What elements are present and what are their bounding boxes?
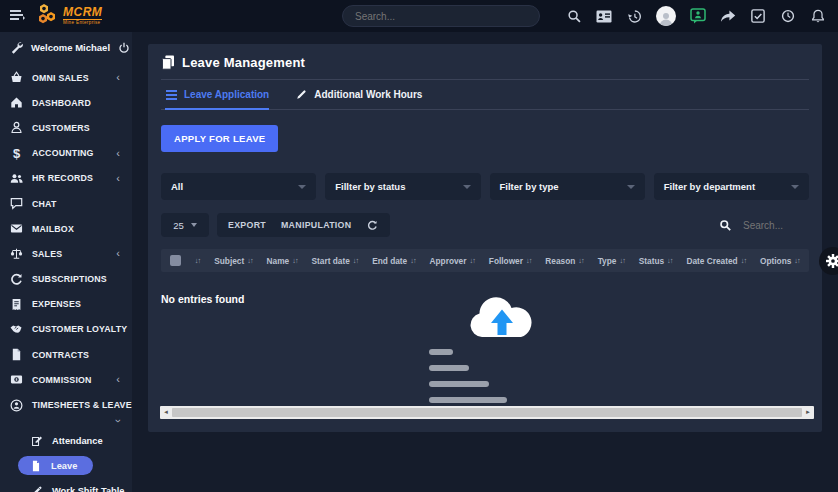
basket-icon bbox=[10, 71, 23, 84]
scrollbar-thumb[interactable] bbox=[172, 408, 802, 417]
sidebar-item-omni-sales[interactable]: OMNI SALES bbox=[0, 65, 132, 90]
skeleton-bar bbox=[429, 397, 507, 403]
column-end-date[interactable]: End date bbox=[372, 256, 416, 266]
filter-department-select[interactable]: Filter by department bbox=[654, 173, 809, 200]
sidebar: Welcome Michael OMNI SALES DASHBOARD CUS… bbox=[0, 32, 132, 492]
column-approver[interactable]: Approver bbox=[430, 256, 475, 266]
leave-management-card: Leave Management Leave Application Addit… bbox=[148, 44, 822, 432]
search-icon bbox=[719, 219, 732, 232]
scroll-right-arrow[interactable]: ► bbox=[803, 406, 813, 419]
manipulation-button[interactable]: MANIPULATION bbox=[281, 220, 351, 230]
home-icon bbox=[10, 96, 23, 109]
sidebar-item-chat[interactable]: CHAT bbox=[0, 191, 132, 216]
export-toolbar: EXPORT MANIPULATION bbox=[217, 213, 390, 237]
sidebar-item-dashboard[interactable]: DASHBOARD bbox=[0, 90, 132, 115]
power-icon[interactable] bbox=[118, 42, 130, 54]
notifications-bell-icon[interactable] bbox=[810, 8, 826, 24]
sidebar-item-accounting[interactable]: $ ACCOUNTING bbox=[0, 141, 132, 166]
filter-status-select[interactable]: Fillter by status bbox=[325, 173, 480, 200]
chevron-down-icon bbox=[112, 420, 124, 424]
contact-card-icon[interactable] bbox=[596, 8, 612, 24]
sidebar-subitem-work-shift-table[interactable]: Work Shift Table bbox=[0, 478, 132, 492]
filter-type-select[interactable]: Filter by type bbox=[490, 173, 645, 200]
filter-row: All Fillter by status Filter by type Fil… bbox=[161, 173, 809, 200]
tab-leave-application[interactable]: Leave Application bbox=[165, 89, 269, 110]
commission-icon bbox=[10, 373, 23, 386]
sidebar-item-expenses[interactable]: EXPENSES bbox=[0, 292, 132, 317]
skeleton-bar bbox=[429, 365, 469, 371]
page-size-select[interactable]: 25 bbox=[161, 213, 209, 237]
filter-all-select[interactable]: All bbox=[161, 173, 316, 200]
column-type[interactable]: Type bbox=[598, 256, 625, 266]
person-clock-icon bbox=[10, 399, 23, 412]
mail-icon bbox=[10, 222, 23, 235]
column-subject[interactable]: Subject bbox=[214, 256, 252, 266]
sidebar-subitem-leave-active[interactable]: Leave bbox=[18, 456, 93, 475]
table-header: Subject Name Start date End date Approve… bbox=[161, 249, 809, 272]
column-name[interactable]: Name bbox=[267, 256, 298, 266]
sidebar-item-hr-records[interactable]: HR RECORDS bbox=[0, 166, 132, 191]
reload-icon[interactable] bbox=[366, 220, 379, 231]
tasks-check-icon[interactable] bbox=[750, 8, 766, 24]
column-status[interactable]: Status bbox=[639, 256, 673, 266]
empty-state-illustration bbox=[429, 291, 541, 403]
table-search[interactable] bbox=[719, 219, 809, 232]
sidebar-item-customers[interactable]: CUSTOMERS bbox=[0, 115, 132, 140]
column-date-created[interactable]: Date Created bbox=[686, 256, 746, 266]
handshake-icon bbox=[10, 323, 23, 336]
welcome-label: Welcome Michael bbox=[31, 42, 110, 53]
contract-file-icon bbox=[10, 348, 23, 361]
people-icon bbox=[10, 172, 23, 185]
menu-icon[interactable] bbox=[8, 7, 26, 25]
share-icon[interactable] bbox=[720, 8, 736, 24]
support-chat-icon[interactable] bbox=[690, 8, 706, 24]
column-follower[interactable]: Follower bbox=[489, 256, 532, 266]
select-all-checkbox[interactable] bbox=[170, 255, 181, 266]
caret-down-icon bbox=[463, 185, 471, 189]
avatar[interactable] bbox=[656, 6, 676, 26]
sidebar-item-commission[interactable]: COMMISSION bbox=[0, 367, 132, 392]
caret-down-icon bbox=[627, 185, 635, 189]
gear-icon bbox=[826, 254, 838, 268]
table-search-input[interactable] bbox=[743, 220, 805, 231]
export-button[interactable]: EXPORT bbox=[228, 220, 266, 230]
topbar: MCRM Mine Enterprise bbox=[0, 0, 838, 32]
chevron-left-icon bbox=[116, 148, 120, 159]
table-controls: 25 EXPORT MANIPULATION bbox=[161, 213, 809, 237]
chevron-left-icon bbox=[116, 248, 120, 259]
sidebar-welcome: Welcome Michael bbox=[0, 32, 132, 65]
history-icon[interactable] bbox=[626, 8, 642, 24]
caret-down-icon bbox=[298, 185, 306, 189]
column-start-date[interactable]: Start date bbox=[312, 256, 359, 266]
sidebar-item-customer-loyalty[interactable]: CUSTOMER LOYALTY bbox=[0, 317, 132, 342]
global-search-input[interactable] bbox=[355, 11, 527, 22]
sidebar-subitem-attendance[interactable]: Attendance bbox=[0, 428, 132, 453]
skeleton-bar bbox=[429, 349, 453, 355]
sidebar-item-subscriptions[interactable]: SUBSCRIPTIONS bbox=[0, 267, 132, 292]
apply-for-leave-button[interactable]: APPLY FOR LEAVE bbox=[161, 125, 278, 152]
search-icon[interactable] bbox=[566, 8, 582, 24]
cloud-upload-icon bbox=[465, 291, 539, 343]
sidebar-item-timesheets-leave[interactable]: TIMESHEETS & LEAVE bbox=[0, 392, 132, 428]
logo-hexagons-icon bbox=[36, 3, 60, 29]
scroll-left-arrow[interactable]: ◄ bbox=[161, 406, 171, 419]
column-reason[interactable]: Reason bbox=[545, 256, 583, 266]
global-search[interactable] bbox=[342, 5, 540, 27]
sidebar-item-mailbox[interactable]: MAILBOX bbox=[0, 216, 132, 241]
pen-icon bbox=[295, 89, 308, 100]
topbar-icons bbox=[566, 6, 826, 26]
horizontal-scrollbar[interactable]: ◄ ► bbox=[160, 406, 814, 419]
sidebar-item-contracts[interactable]: CONTRACTS bbox=[0, 342, 132, 367]
clock-icon[interactable] bbox=[780, 8, 796, 24]
column-options[interactable]: Options bbox=[760, 256, 800, 266]
chevron-left-icon bbox=[116, 72, 120, 83]
logo-text: MCRM bbox=[63, 6, 102, 18]
tab-bar: Leave Application Additional Work Hours bbox=[161, 80, 809, 110]
tab-additional-work-hours[interactable]: Additional Work Hours bbox=[295, 89, 422, 110]
sidebar-item-sales[interactable]: SALES bbox=[0, 241, 132, 266]
receipt-icon bbox=[10, 298, 23, 311]
list-icon bbox=[165, 90, 178, 100]
brand-logo[interactable]: MCRM Mine Enterprise bbox=[36, 3, 102, 29]
column-sort[interactable] bbox=[195, 256, 201, 265]
pages-icon bbox=[161, 55, 175, 70]
